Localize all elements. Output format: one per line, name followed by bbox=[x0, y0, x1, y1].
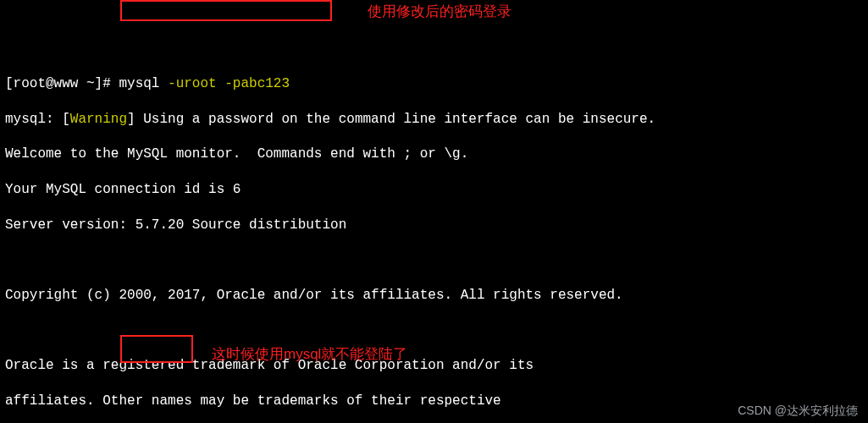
annotation-text: 这时候使用mysql就不能登陆了 bbox=[212, 345, 407, 364]
command-text: mysql bbox=[111, 76, 168, 91]
terminal-line: [root@www ~]# mysql -uroot -pabc123 bbox=[5, 75, 863, 93]
terminal-line: Your MySQL connection id is 6 bbox=[5, 181, 863, 199]
annotation-text: 使用修改后的密码登录 bbox=[368, 3, 511, 21]
terminal-line bbox=[5, 251, 863, 269]
command-args: -uroot -pabc123 bbox=[168, 76, 290, 91]
terminal-line: affiliates. Other names may be trademark… bbox=[5, 393, 863, 410]
highlight-box bbox=[120, 0, 332, 21]
terminal-line bbox=[5, 321, 863, 339]
terminal-line: mysql: [Warning] Using a password on the… bbox=[5, 111, 863, 129]
prompt: [root@www ~]# bbox=[5, 76, 111, 91]
terminal-line: Copyright (c) 2000, 2017, Oracle and/or … bbox=[5, 287, 863, 305]
attribution-text: CSDN @达米安利拉德 bbox=[738, 403, 858, 418]
terminal-line: Welcome to the MySQL monitor. Commands e… bbox=[5, 146, 863, 163]
terminal-line: Oracle is a registered trademark of Orac… bbox=[5, 357, 863, 375]
warning-label: Warning bbox=[70, 112, 127, 127]
terminal-line: Server version: 5.7.20 Source distributi… bbox=[5, 217, 863, 234]
